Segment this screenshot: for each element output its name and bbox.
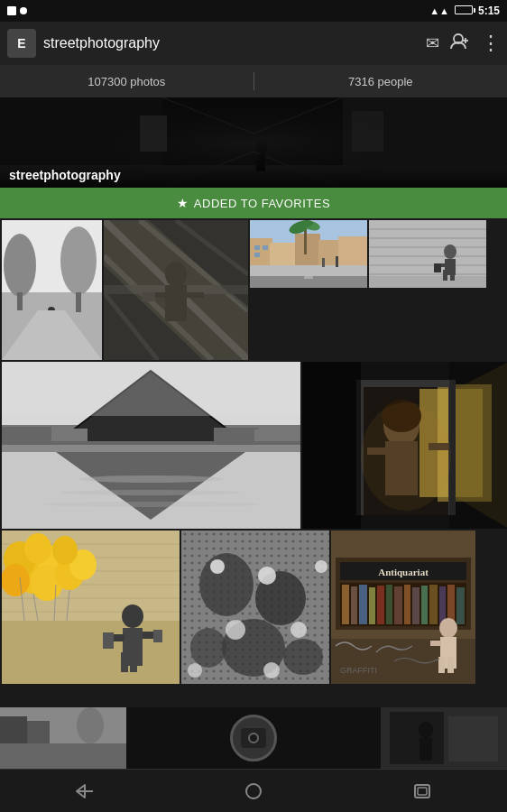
action-bar: E streetphotography ✉ ⋮ <box>0 22 507 65</box>
svg-rect-177 <box>438 657 445 673</box>
svg-rect-172 <box>439 586 446 624</box>
svg-point-122 <box>24 533 51 564</box>
photo-cell-7[interactable] <box>2 531 180 684</box>
svg-point-148 <box>290 622 307 638</box>
svg-rect-171 <box>429 585 438 624</box>
time-display: 5:15 <box>478 5 500 17</box>
svg-rect-164 <box>369 587 375 624</box>
hero-image: streetphotography <box>0 97 507 188</box>
svg-rect-84 <box>214 428 259 441</box>
photo-cell-2[interactable] <box>104 220 248 360</box>
svg-rect-191 <box>448 716 498 761</box>
home-nav-button[interactable] <box>226 773 281 809</box>
svg-rect-185 <box>27 721 50 743</box>
svg-rect-70 <box>450 270 455 281</box>
svg-point-150 <box>315 560 327 573</box>
svg-rect-135 <box>153 630 162 642</box>
svg-rect-47 <box>263 245 268 250</box>
page-title: streetphotography <box>43 35 419 51</box>
more-icon[interactable]: ⋮ <box>481 32 500 55</box>
svg-rect-85 <box>254 429 300 441</box>
svg-rect-96 <box>356 380 456 387</box>
strip-thumb-right[interactable] <box>381 707 507 769</box>
svg-point-88 <box>42 502 259 507</box>
svg-rect-49 <box>304 227 307 254</box>
back-button[interactable]: E <box>7 29 36 58</box>
svg-point-151 <box>188 663 202 678</box>
svg-rect-190 <box>390 712 444 764</box>
svg-point-105 <box>361 402 451 511</box>
svg-point-196 <box>246 784 261 798</box>
svg-rect-134 <box>143 632 155 639</box>
camera-lens-icon <box>248 733 259 743</box>
add-user-icon[interactable] <box>450 32 470 54</box>
svg-rect-167 <box>394 586 402 624</box>
grid-row-3: Antiquariat <box>2 531 505 684</box>
svg-rect-179 <box>430 641 441 646</box>
photos-stat[interactable]: 107300 photos <box>0 75 254 88</box>
grid-row-1 <box>2 220 505 360</box>
svg-rect-193 <box>419 738 432 761</box>
svg-point-87 <box>60 490 241 495</box>
svg-rect-20 <box>76 292 81 312</box>
svg-rect-104 <box>449 362 507 529</box>
svg-rect-131 <box>130 652 137 672</box>
svg-rect-69 <box>443 270 447 281</box>
svg-rect-80 <box>2 362 300 416</box>
notification-icon <box>7 6 16 15</box>
svg-point-147 <box>258 567 276 585</box>
photo-cell-4[interactable] <box>369 220 486 288</box>
svg-rect-165 <box>377 586 384 624</box>
svg-point-67 <box>444 245 456 259</box>
photo-cell-1[interactable] <box>2 220 102 360</box>
svg-rect-55 <box>250 265 367 276</box>
camera-button[interactable] <box>230 715 277 761</box>
svg-point-175 <box>439 618 457 638</box>
signal-icon <box>20 7 27 14</box>
svg-point-145 <box>283 639 323 675</box>
svg-rect-174 <box>456 587 465 624</box>
svg-rect-168 <box>404 585 410 624</box>
svg-point-17 <box>4 234 36 297</box>
svg-point-146 <box>210 559 225 574</box>
svg-rect-56 <box>322 258 325 267</box>
mail-icon[interactable]: ✉ <box>426 33 439 53</box>
svg-rect-81 <box>2 441 300 445</box>
svg-point-149 <box>226 620 245 640</box>
camera-icon <box>241 728 266 748</box>
favorites-button[interactable]: ★ ADDED TO FAVORITES <box>0 188 507 218</box>
svg-point-19 <box>60 226 97 295</box>
people-stat[interactable]: 7316 people <box>254 75 508 88</box>
action-icons-group: ✉ ⋮ <box>426 32 500 55</box>
svg-rect-133 <box>103 632 114 649</box>
hero-title: streetphotography <box>9 168 498 182</box>
svg-point-152 <box>263 662 280 678</box>
svg-point-141 <box>199 553 254 616</box>
photo-cell-5[interactable] <box>2 362 300 529</box>
svg-point-120 <box>2 564 30 596</box>
bottom-nav <box>0 769 507 812</box>
svg-rect-54 <box>304 276 313 279</box>
photo-cell-8[interactable] <box>181 531 329 684</box>
favorites-label: ADDED TO FAVORITES <box>194 197 330 210</box>
photo-cell-9[interactable]: Antiquariat <box>331 531 475 684</box>
svg-rect-183 <box>0 743 126 769</box>
strip-thumb-left[interactable] <box>0 707 126 769</box>
svg-rect-82 <box>2 427 51 441</box>
svg-text:Antiquariat: Antiquariat <box>378 567 429 577</box>
status-right-icons: ▲▲ 5:15 <box>429 5 500 17</box>
svg-rect-46 <box>254 245 260 250</box>
hero-overlay: streetphotography <box>0 162 507 188</box>
svg-rect-57 <box>336 256 338 267</box>
svg-rect-72 <box>434 263 441 272</box>
recent-nav-button[interactable] <box>395 773 449 809</box>
svg-rect-161 <box>342 585 349 624</box>
photo-cell-6[interactable] <box>302 362 507 529</box>
back-nav-button[interactable] <box>58 773 112 809</box>
svg-point-123 <box>52 536 78 565</box>
svg-rect-48 <box>254 253 260 257</box>
svg-rect-198 <box>418 788 427 795</box>
svg-text:GRAFFITI: GRAFFITI <box>340 666 377 675</box>
photo-cell-3[interactable] <box>250 220 367 288</box>
svg-point-144 <box>190 628 226 668</box>
